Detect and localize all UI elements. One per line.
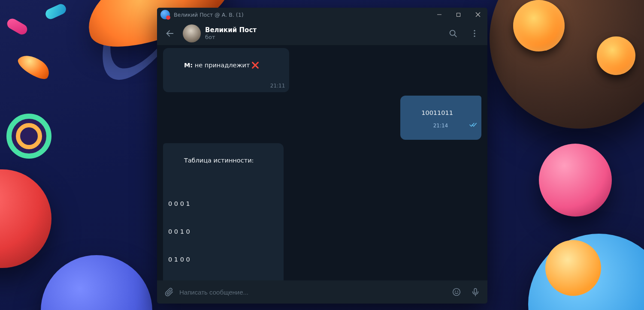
message-row: M: не принадлежит❌ 21:11 — [163, 48, 481, 92]
message-time: 21:11 — [270, 82, 285, 90]
window-title: Великий Пост @ А. В. (1) — [174, 12, 244, 18]
svg-line-6 — [454, 34, 457, 36]
svg-point-9 — [474, 35, 475, 36]
back-button[interactable] — [161, 25, 178, 42]
read-checks-icon — [450, 114, 477, 137]
message-row: 10011011 21:14 — [163, 96, 481, 140]
attach-icon[interactable] — [160, 283, 178, 301]
svg-point-12 — [457, 291, 458, 292]
message-input[interactable] — [179, 289, 446, 296]
truth-table-row: 0 0 1 0 — [168, 227, 254, 237]
messages-pane[interactable]: M: не принадлежит❌ 21:11 10011011 21:14 … — [157, 45, 487, 280]
svg-point-11 — [455, 291, 456, 292]
search-icon[interactable] — [444, 25, 462, 42]
window-maximize-button[interactable] — [449, 8, 468, 21]
svg-point-7 — [474, 30, 475, 31]
svg-rect-13 — [474, 289, 477, 293]
bot-message[interactable]: Таблица истинности: 0 0 0 1 0 0 1 0 0 1 … — [163, 143, 284, 280]
bot-message[interactable]: M: не принадлежит❌ 21:11 — [163, 48, 289, 92]
window-titlebar[interactable]: Великий Пост @ А. В. (1) — [157, 8, 487, 21]
chat-title: Великий Пост — [205, 26, 257, 34]
truth-table-row: 0 1 0 0 — [168, 255, 254, 265]
chat-header: Великий Пост бот — [157, 21, 487, 45]
svg-rect-1 — [457, 13, 460, 16]
telegram-window: Великий Пост @ А. В. (1) Великий Пост бо… — [157, 8, 487, 304]
chat-avatar[interactable] — [183, 24, 201, 42]
message-row: Таблица истинности: 0 0 0 1 0 0 1 0 0 1 … — [163, 143, 481, 280]
class-value: не принадлежит — [193, 62, 250, 69]
cross-icon: ❌ — [251, 62, 259, 69]
telegram-app-icon — [160, 10, 170, 19]
svg-point-8 — [474, 33, 475, 34]
user-message[interactable]: 10011011 21:14 — [400, 96, 481, 140]
svg-point-10 — [453, 289, 460, 296]
window-minimize-button[interactable] — [429, 8, 449, 21]
emoji-icon[interactable] — [448, 283, 465, 301]
class-label: M: — [184, 62, 193, 69]
chat-subtitle: бот — [205, 34, 257, 41]
voice-message-icon[interactable] — [467, 283, 484, 301]
chat-title-block[interactable]: Великий Пост бот — [205, 26, 257, 41]
truth-table-heading: Таблица истинности: — [184, 157, 254, 164]
truth-table-row: 0 0 0 1 — [168, 199, 254, 209]
window-close-button[interactable] — [468, 8, 487, 21]
composer — [157, 280, 487, 304]
more-menu-icon[interactable] — [466, 25, 483, 42]
message-time: 21:14 — [433, 122, 448, 129]
